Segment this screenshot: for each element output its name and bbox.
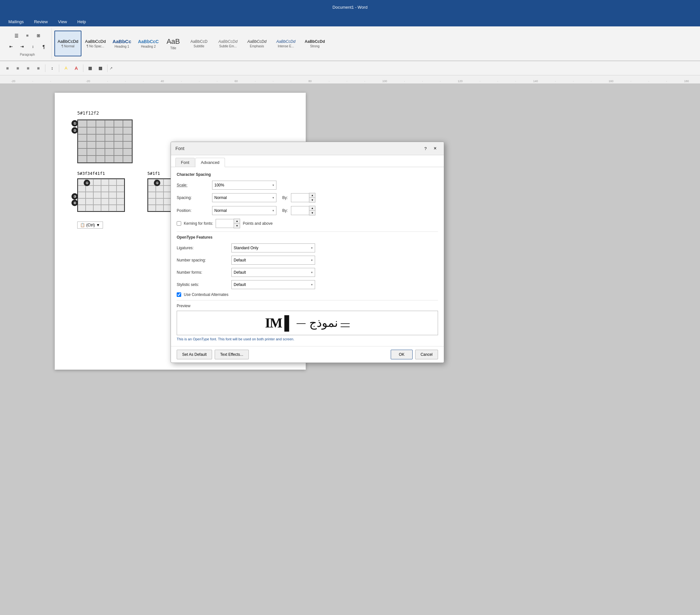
highlight-btn[interactable]: A	[61, 63, 71, 73]
number-forms-select-wrapper[interactable]: Default Lining Old-style ▼	[232, 268, 315, 277]
justify-btn[interactable]: ≡	[34, 63, 43, 73]
position-by-input[interactable]	[291, 206, 309, 215]
separator1	[177, 232, 438, 232]
scale-select[interactable]: 100% 80% 90% 110% 120% 150% 200%	[212, 181, 276, 190]
dialog-help-btn[interactable]: ?	[421, 145, 430, 152]
tab-mailings[interactable]: Mailings	[3, 17, 29, 26]
set-default-btn[interactable]: Set As Default	[177, 350, 212, 359]
style-subtle-em[interactable]: AaBbCcDd Subtle Em...	[214, 30, 242, 56]
ligatures-select-wrapper[interactable]: None Standard Only Standard and Contextu…	[232, 243, 315, 253]
style-heading2-label: Heading 2	[141, 45, 156, 48]
font-dialog: Font ? × Font Advanced Character Spacing…	[171, 142, 444, 363]
title-bar: Document1 - Word	[0, 0, 700, 14]
position-by-spin[interactable]: ▲ ▼	[291, 206, 315, 216]
style-emphasis[interactable]: AaBbCcDd Emphasis	[243, 30, 271, 56]
align-left-btn[interactable]: ≡	[3, 63, 12, 73]
kerning-down-btn[interactable]: ▼	[234, 223, 240, 228]
preview-underline: —	[340, 318, 350, 328]
decrease-indent-btn[interactable]: ⇤	[6, 42, 16, 51]
position-select[interactable]: Normal Raised Lowered	[212, 206, 276, 215]
contextual-row: Use Contextual Alternates	[177, 292, 438, 297]
tab-review[interactable]: Review	[29, 17, 53, 26]
spacing-by-spin[interactable]: ▲ ▼	[291, 193, 315, 202]
increase-indent-btn[interactable]: ⇥	[17, 42, 27, 51]
border-btn[interactable]: ▦	[85, 63, 95, 73]
kerning-label[interactable]: Kerning for fonts:	[184, 221, 213, 226]
finger-2: ②	[72, 127, 78, 134]
style-nospace[interactable]: AaBbCcDd ¶ No Spac...	[82, 30, 109, 56]
ligatures-select[interactable]: None Standard Only Standard and Contextu…	[232, 243, 315, 253]
ribbon-tabs-row: Mailings Review View Help	[0, 14, 700, 26]
tab-help[interactable]: Help	[72, 17, 91, 26]
spacing-select-wrapper[interactable]: Normal Expanded Condensed ▼	[212, 193, 276, 202]
preview-box: IM ▌ — نموذج —	[177, 311, 438, 335]
dialog-close-btn[interactable]: ×	[431, 145, 439, 152]
spacing-select[interactable]: Normal Expanded Condensed	[212, 193, 276, 202]
align-center-btn[interactable]: ≡	[13, 63, 23, 73]
paste-ctrl[interactable]: 📋 (Ctrl) ▼	[77, 222, 103, 229]
style-strong-label: Strong	[310, 45, 319, 48]
scale-select-wrapper[interactable]: 100% 80% 90% 110% 120% 150% 200% ▼	[212, 181, 276, 190]
chord2-label: 5#3f34f41f1	[77, 171, 125, 176]
style-strong[interactable]: AaBbCcDd Strong	[301, 30, 329, 56]
kerning-input[interactable]	[216, 219, 234, 228]
preview-info: This is an OpenType font. This font will…	[177, 337, 438, 341]
stylistic-sets-row: Stylistic sets: Default 1 2 3 ▼	[177, 280, 438, 289]
divider4	[107, 64, 108, 72]
show-marks-btn[interactable]: ¶	[39, 42, 49, 51]
number-spacing-label: Number spacing:	[177, 258, 228, 262]
number-spacing-select-wrapper[interactable]: Default Proportional Tabular ▼	[232, 256, 315, 265]
style-title[interactable]: AaB Title	[162, 30, 184, 56]
chord1-grid	[77, 120, 133, 163]
finger-5: ④	[72, 200, 78, 206]
dialog-tab-font[interactable]: Font	[175, 158, 195, 167]
multilevel-btn[interactable]: ⊞	[33, 31, 43, 40]
chord1-grid-container: ① ②	[77, 120, 133, 163]
preview-latin: IM	[265, 315, 282, 331]
stylistic-sets-select-wrapper[interactable]: Default 1 2 3 ▼	[232, 280, 315, 289]
tab-view[interactable]: View	[53, 17, 72, 26]
ok-btn[interactable]: OK	[391, 350, 412, 359]
font-color-btn[interactable]: A	[72, 63, 81, 73]
position-down-btn[interactable]: ▼	[309, 211, 315, 215]
shading-btn[interactable]: ▩	[96, 63, 105, 73]
paragraph-expand-icon: ↗	[110, 66, 113, 71]
line-spacing-btn[interactable]: ↕	[47, 63, 57, 73]
kerning-spin[interactable]: ▲ ▼	[216, 219, 240, 228]
style-intense-e[interactable]: AaBbCcDd Intense E...	[272, 30, 300, 56]
cancel-btn[interactable]: Cancel	[415, 350, 438, 359]
contextual-checkbox[interactable]	[177, 292, 181, 297]
text-effects-btn[interactable]: Text Effects...	[215, 350, 249, 359]
spacing-by-input[interactable]	[291, 193, 309, 202]
finger-1: ①	[72, 120, 78, 126]
style-heading1-label: Heading 1	[115, 45, 129, 48]
sort-btn[interactable]: ↕	[28, 42, 38, 51]
position-up-btn[interactable]: ▲	[309, 206, 315, 211]
kerning-up-btn[interactable]: ▲	[234, 219, 240, 223]
spacing-down-btn[interactable]: ▼	[309, 198, 315, 202]
spacing-up-btn[interactable]: ▲	[309, 193, 315, 198]
kerning-checkbox[interactable]	[177, 221, 181, 226]
style-heading2[interactable]: AaBbCcC Heading 2	[135, 30, 162, 56]
spacing-by-label: By:	[282, 195, 288, 200]
style-emphasis-preview: AaBbCcDd	[248, 39, 266, 44]
spacing-row: Spacing: Normal Expanded Condensed ▼ By:	[177, 193, 438, 202]
contextual-label[interactable]: Use Contextual Alternates	[184, 292, 228, 297]
number-spacing-select[interactable]: Default Proportional Tabular	[232, 256, 315, 265]
style-normal[interactable]: AaBbCcDd ¶ Normal	[54, 30, 82, 56]
position-select-wrapper[interactable]: Normal Raised Lowered ▼	[212, 206, 276, 215]
stylistic-sets-select[interactable]: Default 1 2 3	[232, 280, 315, 289]
bullets-btn[interactable]: ☰	[11, 31, 22, 40]
dialog-title: Font	[175, 146, 184, 151]
dialog-footer: Set As Default Text Effects... OK Cancel	[171, 346, 444, 362]
number-forms-select[interactable]: Default Lining Old-style	[232, 268, 315, 277]
align-right-btn[interactable]: ≡	[23, 63, 33, 73]
style-subtitle[interactable]: AaBbCcD Subtitle	[185, 30, 213, 56]
numbering-btn[interactable]: ≡	[22, 31, 33, 40]
paste-dropdown-icon: ▼	[96, 223, 100, 227]
ruler-marks: -20···-20···40···60···80···100···120···1…	[3, 79, 697, 83]
style-heading1[interactable]: AaBbCc Heading 1	[110, 30, 135, 56]
paste-ctrl-text[interactable]: (Ctrl)	[86, 223, 95, 227]
dialog-tab-advanced[interactable]: Advanced	[195, 158, 225, 167]
style-subtle-em-preview: AaBbCcDd	[218, 39, 238, 44]
